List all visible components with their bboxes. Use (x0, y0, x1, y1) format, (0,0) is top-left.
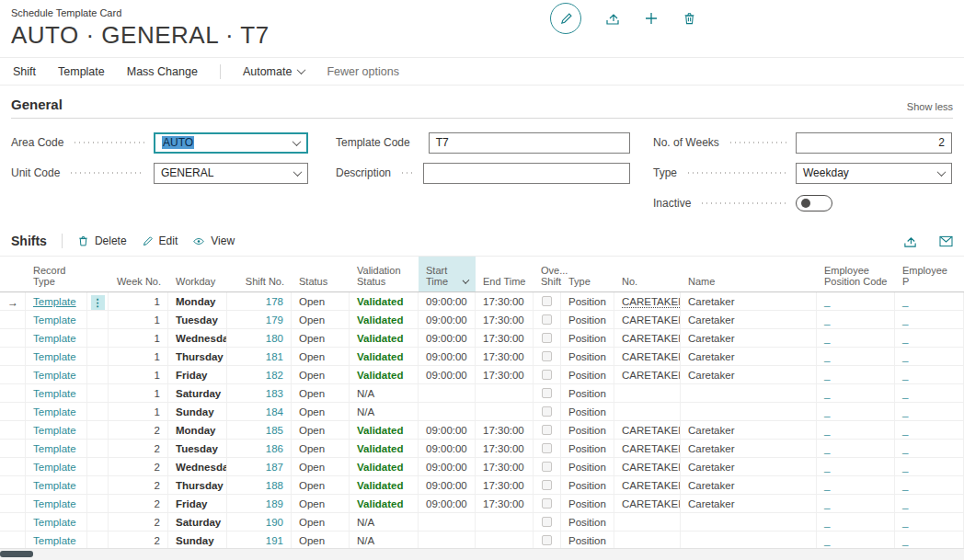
shift-no-cell[interactable]: 183 (227, 384, 292, 403)
validation-status-cell[interactable]: Validated (350, 329, 419, 348)
email-part-button[interactable] (939, 234, 953, 248)
row-options-cell[interactable]: ⋮ (87, 384, 109, 403)
shift-no-link[interactable]: 183 (266, 388, 283, 399)
start-time-cell[interactable]: 09:00:00 (419, 366, 476, 384)
col-header-name[interactable]: Name (681, 257, 817, 291)
shift-no-link[interactable]: 191 (266, 535, 283, 546)
record-type-cell[interactable]: Template (26, 421, 87, 440)
row-options-cell[interactable]: ⋮ (87, 329, 109, 348)
name-cell[interactable]: Caretaker (681, 329, 817, 348)
position-no-cell[interactable] (614, 531, 681, 550)
ribbon-item-template[interactable]: Template (58, 65, 105, 78)
employee-p-cell[interactable]: _ (895, 329, 964, 348)
dropdown-chevron-icon[interactable] (293, 137, 302, 146)
record-type-cell[interactable]: Template (26, 311, 87, 329)
start-time-cell[interactable]: 09:00:00 (419, 440, 476, 458)
table-row[interactable]: → Template ⋮ 2 Tuesday 186 Open Validate… (0, 440, 964, 458)
record-type-link[interactable]: Template (33, 333, 76, 344)
week-no-cell[interactable]: 1 (109, 366, 168, 384)
position-no-cell[interactable]: CARETAKER (614, 311, 681, 329)
shift-no-link[interactable]: 182 (266, 370, 283, 381)
record-type-cell[interactable]: Template (26, 403, 87, 421)
shift-no-cell[interactable]: 182 (227, 366, 292, 384)
row-options-cell[interactable]: ⋮ (87, 311, 109, 329)
validation-status-cell[interactable]: Validated (350, 366, 419, 384)
start-time-cell[interactable]: 09:00:00 (419, 476, 476, 495)
week-no-cell[interactable]: 2 (109, 421, 168, 440)
start-time-cell[interactable]: 09:00:00 (419, 348, 476, 366)
shift-no-link[interactable]: 185 (266, 425, 283, 436)
position-no-cell[interactable]: CARETAKER (614, 476, 681, 495)
type-cell[interactable]: Position (561, 311, 614, 329)
type-input[interactable]: Weekday (796, 163, 952, 184)
description-input[interactable] (423, 163, 630, 184)
shift-no-cell[interactable]: 187 (227, 458, 292, 476)
type-cell[interactable]: Position (561, 292, 614, 311)
end-time-cell[interactable]: 17:30:00 (476, 311, 534, 329)
col-header-shift-no[interactable]: Shift No. (227, 257, 292, 291)
week-no-cell[interactable]: 2 (109, 476, 168, 495)
employee-position-code-cell[interactable]: _ (817, 440, 895, 458)
new-button[interactable] (644, 11, 659, 26)
shift-no-link[interactable]: 190 (266, 517, 283, 528)
record-type-cell[interactable]: Template (26, 348, 87, 366)
week-no-cell[interactable]: 1 (109, 403, 168, 421)
row-options-cell[interactable]: ⋮ (87, 292, 109, 311)
overnight-shift-cell[interactable] (534, 421, 561, 440)
end-time-cell[interactable]: 17:30:00 (476, 458, 534, 476)
workday-cell[interactable]: Monday (168, 292, 227, 311)
start-time-cell[interactable]: 09:00:00 (419, 311, 476, 329)
overnight-shift-cell[interactable] (534, 403, 561, 421)
record-type-link[interactable]: Template (33, 314, 76, 326)
record-type-cell[interactable]: Template (26, 384, 87, 403)
week-no-cell[interactable]: 2 (109, 513, 168, 531)
table-row[interactable]: → Template ⋮ 2 Sunday 191 Open N/A Posit… (0, 531, 964, 550)
record-type-cell[interactable]: Template (26, 458, 87, 476)
shifts-view-button[interactable]: View (192, 234, 235, 247)
workday-cell[interactable]: Thursday (168, 476, 227, 495)
employee-p-cell[interactable]: _ (895, 476, 964, 495)
status-cell[interactable]: Open (292, 476, 350, 495)
col-header-week-no[interactable]: Week No. (109, 257, 168, 291)
shifts-heading[interactable]: Shifts (11, 234, 47, 248)
position-no-cell[interactable]: CARETAKER (614, 329, 681, 348)
overnight-shift-checkbox[interactable] (542, 517, 552, 527)
col-header-overnight-shift[interactable]: Ove... Shift (534, 257, 561, 291)
shift-no-link[interactable]: 184 (266, 406, 283, 417)
table-row[interactable]: → Template ⋮ 1 Sunday 184 Open N/A Posit… (0, 403, 964, 421)
status-cell[interactable]: Open (292, 403, 350, 421)
start-time-cell[interactable] (419, 531, 476, 550)
dropdown-chevron-icon[interactable] (937, 167, 947, 177)
end-time-cell[interactable] (476, 384, 534, 403)
employee-position-code-cell[interactable]: _ (817, 311, 895, 329)
table-row[interactable]: → Template ⋮ 2 Friday 189 Open Validated… (0, 495, 964, 513)
shift-no-link[interactable]: 178 (266, 296, 283, 307)
employee-position-code-cell[interactable]: _ (817, 366, 895, 384)
end-time-cell[interactable]: 17:30:00 (476, 292, 534, 311)
validation-status-cell[interactable]: Validated (350, 348, 419, 366)
shift-no-link[interactable]: 179 (266, 314, 283, 326)
position-no-cell[interactable]: CARETAKER (614, 495, 681, 513)
shift-no-cell[interactable]: 191 (227, 531, 292, 550)
table-row[interactable]: → Template ⋮ 1 Friday 182 Open Validated… (0, 366, 964, 384)
col-header-validation-status[interactable]: Validation Status (350, 257, 419, 291)
status-cell[interactable]: Open (292, 458, 350, 476)
start-time-cell[interactable]: 09:00:00 (419, 329, 476, 348)
shift-no-cell[interactable]: 190 (227, 513, 292, 531)
validation-status-cell[interactable]: N/A (350, 384, 419, 403)
validation-status-cell[interactable]: N/A (350, 531, 419, 550)
shift-no-link[interactable]: 188 (266, 480, 283, 491)
table-row[interactable]: → Template ⋮ 1 Wednesday 180 Open Valida… (0, 329, 964, 348)
position-no-cell[interactable]: CARETAKER (614, 421, 681, 440)
overnight-shift-checkbox[interactable] (542, 480, 552, 490)
record-type-cell[interactable]: Template (26, 440, 87, 458)
shifts-delete-button[interactable]: Delete (77, 234, 127, 247)
end-time-cell[interactable]: 17:30:00 (476, 366, 534, 384)
validation-status-cell[interactable]: Validated (350, 440, 419, 458)
start-time-cell[interactable]: 09:00:00 (419, 421, 476, 440)
shift-no-cell[interactable]: 181 (227, 348, 292, 366)
start-time-cell[interactable] (419, 513, 476, 531)
start-time-cell[interactable] (419, 403, 476, 421)
shift-no-link[interactable]: 187 (266, 462, 283, 473)
workday-cell[interactable]: Friday (168, 495, 227, 513)
